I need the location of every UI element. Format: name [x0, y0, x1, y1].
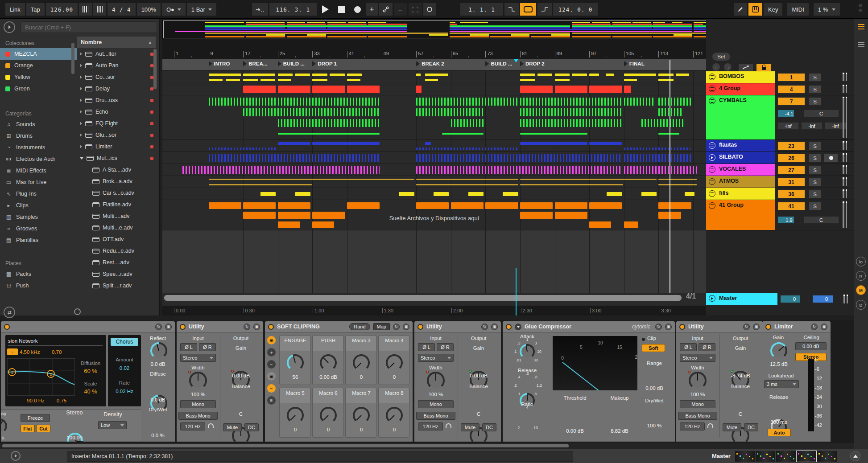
- reverb-eq-graph[interactable]: 12: [7, 358, 75, 396]
- hot-swap-button[interactable]: ⇄: [4, 307, 15, 318]
- clip[interactable]: [399, 192, 414, 196]
- target-circle-icon[interactable]: [74, 308, 81, 315]
- chain-thumb[interactable]: [735, 451, 755, 462]
- clip[interactable]: [278, 133, 380, 135]
- time-ruler[interactable]: 0:000:301:001:302:002:303:003:30: [162, 306, 706, 315]
- link-button[interactable]: Link: [5, 3, 25, 16]
- phase-right-button[interactable]: Ø R: [437, 343, 454, 351]
- list-item-device-glu-sor[interactable]: Glu...sor: [77, 129, 156, 141]
- solo-button[interactable]: S: [809, 202, 821, 210]
- bass-freq-field[interactable]: 120 Hz: [180, 422, 205, 430]
- dc-button[interactable]: DC: [244, 423, 259, 431]
- mono-button[interactable]: Mono: [418, 400, 454, 408]
- arm-button[interactable]: [824, 154, 838, 162]
- chain-thumb[interactable]: [817, 451, 837, 462]
- dc-button[interactable]: DC: [744, 423, 758, 431]
- clip[interactable]: [209, 202, 241, 209]
- clip[interactable]: [685, 192, 695, 196]
- clip[interactable]: [416, 184, 518, 185]
- category-item-instruments[interactable]: ◔Instruments: [0, 142, 77, 153]
- prev-locator-button[interactable]: ←: [712, 63, 720, 71]
- save-preset-icon[interactable]: ▣: [665, 324, 672, 330]
- clip[interactable]: [468, 192, 484, 196]
- side-toggle-d[interactable]: D: [856, 300, 866, 310]
- expander-icon[interactable]: [80, 122, 82, 125]
- locator-build[interactable]: BUILD ...: [485, 61, 512, 66]
- loop-switch[interactable]: [520, 3, 536, 16]
- track-header-41-group[interactable]: 41 Group41S1.9C: [706, 200, 854, 230]
- clip[interactable]: [520, 108, 622, 116]
- track-header-flautas[interactable]: flautas23S: [706, 140, 854, 152]
- clip[interactable]: [209, 98, 276, 106]
- list-item-preset-split-r-adv[interactable]: Split ...r.adv: [77, 280, 156, 291]
- list-item-preset-spee-r-adv[interactable]: Spee...r.adv: [77, 268, 156, 280]
- clip[interactable]: [260, 192, 276, 196]
- macro-knob-engage[interactable]: [287, 354, 304, 371]
- clip[interactable]: [451, 202, 484, 209]
- list-item-device-dru-uss[interactable]: Dru...uss: [77, 94, 156, 106]
- next-locator-button[interactable]: →: [724, 63, 732, 71]
- time-signature-field[interactable]: 4 / 4: [107, 3, 136, 16]
- clip[interactable]: [589, 221, 611, 228]
- clip[interactable]: [589, 86, 622, 93]
- volume-box[interactable]: -4.1: [777, 110, 801, 117]
- side-toggle-r[interactable]: R: [856, 271, 866, 281]
- list-item-device-delay[interactable]: Delay: [77, 83, 156, 94]
- clip[interactable]: [520, 74, 535, 76]
- list-item-device-eq-eight[interactable]: EQ Eight: [77, 118, 156, 129]
- fold-triangle-icon[interactable]: [515, 324, 521, 330]
- phase-left-button[interactable]: Ø L: [680, 343, 697, 351]
- clip[interactable]: [243, 108, 380, 116]
- metronome-menu[interactable]: O●: [162, 3, 186, 16]
- master-device-chain-thumbnail[interactable]: [735, 451, 837, 462]
- master-volume-box[interactable]: 0: [780, 295, 809, 303]
- clip[interactable]: [589, 74, 599, 76]
- clip[interactable]: [641, 192, 657, 196]
- clip[interactable]: [209, 74, 241, 76]
- category-item-grooves[interactable]: ≈Grooves: [0, 223, 77, 234]
- mono-button[interactable]: Mono: [180, 400, 216, 408]
- punch-in-button[interactable]: [504, 3, 519, 16]
- list-item-preset-rest-adv[interactable]: Rest....adv: [77, 257, 156, 268]
- clip[interactable]: [260, 79, 275, 82]
- loop-start-field[interactable]: 1. 1. 1: [460, 3, 503, 16]
- clip[interactable]: [572, 74, 587, 76]
- place-item-packs[interactable]: ▦Packs: [0, 268, 77, 280]
- nudge-up-button[interactable]: [93, 3, 106, 16]
- attack-knob[interactable]: [520, 344, 535, 359]
- clip[interactable]: [451, 119, 484, 127]
- clip[interactable]: [416, 166, 622, 174]
- track-number-box[interactable]: 23: [777, 142, 805, 150]
- auto-release-button[interactable]: Auto: [768, 429, 791, 436]
- device-on-led[interactable]: [679, 324, 685, 330]
- list-item-preset-multi-adv[interactable]: Multi....adv: [77, 210, 156, 222]
- clip[interactable]: [425, 142, 431, 145]
- macro-value[interactable]: 0: [346, 374, 377, 380]
- macro-knob-macro-4[interactable]: [386, 354, 403, 371]
- clip[interactable]: [658, 184, 697, 185]
- clip[interactable]: [209, 179, 414, 180]
- list-item-preset-redu-e-adv[interactable]: Redu...e.adv: [77, 245, 156, 257]
- device-on-led[interactable]: [417, 324, 423, 330]
- list-item-preset-ott-adv[interactable]: OTT.adv: [77, 234, 156, 245]
- width-knob[interactable]: [689, 372, 707, 389]
- preview-play-button[interactable]: [4, 21, 15, 33]
- clip[interactable]: [434, 192, 449, 196]
- clip[interactable]: [676, 74, 689, 76]
- tap-tempo-button[interactable]: Tap: [26, 3, 45, 16]
- place-item-push[interactable]: ⊟Push: [0, 280, 77, 291]
- side-toggle-io[interactable]: io: [856, 257, 866, 266]
- filter-q-value[interactable]: 0.70: [52, 349, 70, 355]
- clip[interactable]: [209, 79, 223, 82]
- chain-thumb[interactable]: [776, 451, 796, 462]
- draw-automation-button[interactable]: [738, 63, 753, 71]
- clip[interactable]: [209, 184, 312, 185]
- list-item-preset-multi-e-adv[interactable]: Multi...e.adv: [77, 222, 156, 234]
- clip[interactable]: [658, 202, 691, 209]
- cut-button[interactable]: Cut: [37, 425, 50, 432]
- follow-button[interactable]: ➔‥: [252, 3, 268, 16]
- hot-swap-icon[interactable]: ↻: [655, 324, 662, 330]
- clip[interactable]: [520, 79, 535, 82]
- macro-value[interactable]: 0: [379, 374, 410, 380]
- hot-swap-icon[interactable]: ↻: [393, 324, 400, 330]
